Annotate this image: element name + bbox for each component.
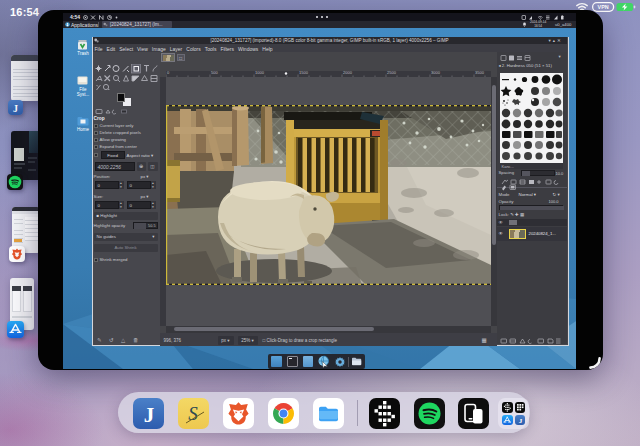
svg-text:3000: 3000 bbox=[431, 71, 441, 75]
svg-text:🗑: 🗑 bbox=[133, 337, 139, 343]
svg-text:✎: ✎ bbox=[97, 337, 102, 343]
svg-text:3500: 3500 bbox=[475, 71, 485, 75]
svg-text:↺: ↺ bbox=[109, 337, 114, 343]
svg-text:0: 0 bbox=[167, 71, 170, 75]
svg-text:J: J bbox=[144, 403, 155, 427]
svg-text:J: J bbox=[13, 103, 18, 114]
svg-text:J: J bbox=[518, 417, 522, 425]
svg-text:VPN: VPN bbox=[598, 4, 609, 10]
svg-text:△: △ bbox=[121, 337, 126, 343]
svg-text:1000: 1000 bbox=[255, 71, 265, 75]
svg-text:500: 500 bbox=[211, 71, 218, 75]
svg-text:2500: 2500 bbox=[387, 71, 397, 75]
svg-text:1500: 1500 bbox=[299, 71, 309, 75]
svg-text:2000: 2000 bbox=[343, 71, 353, 75]
